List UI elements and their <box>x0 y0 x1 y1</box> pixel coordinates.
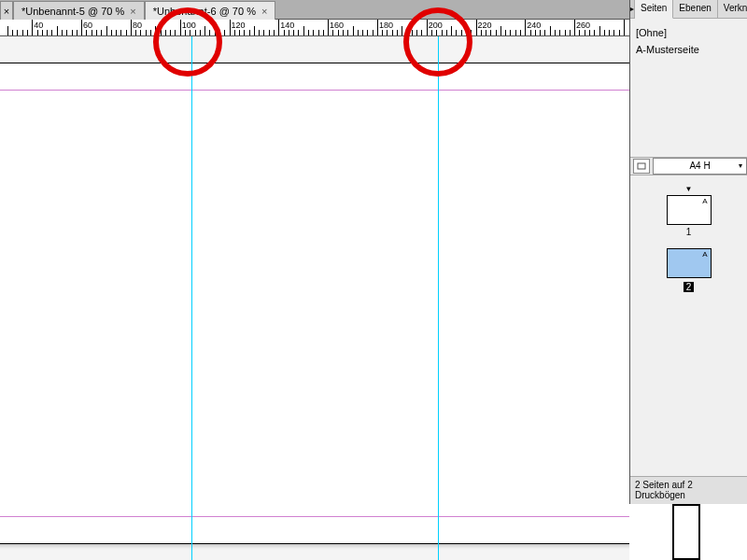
vertical-guide-2[interactable] <box>438 36 439 560</box>
page-size-select[interactable]: A4 H <box>653 158 747 175</box>
close-icon: × <box>4 6 9 17</box>
master-pages-list: [Ohne] A-Musterseite <box>630 19 747 63</box>
next-spread-peek <box>672 504 700 560</box>
tab-seiten[interactable]: Seiten <box>635 0 673 19</box>
master-none[interactable]: [Ohne] <box>634 24 743 41</box>
page-number-2: 2 <box>684 282 695 292</box>
page-size-bar: A4 H <box>630 157 747 175</box>
tab-label: *Unbenannt-6 @ 70 % <box>153 6 256 17</box>
prev-tab-close[interactable]: × <box>0 1 13 20</box>
margin-guides <box>0 90 629 517</box>
page-orientation-icon[interactable] <box>633 159 650 174</box>
tab-verknuepfungen[interactable]: Verkn <box>718 0 747 18</box>
page-count-label: 2 Seiten auf 2 Druckbögen <box>635 480 693 500</box>
page-thumbnail-2[interactable]: A <box>667 248 712 278</box>
panel-tab-bar: ▸ Seiten Ebenen Verkn <box>630 0 747 19</box>
document-canvas[interactable] <box>0 36 629 560</box>
close-icon[interactable]: × <box>261 6 267 17</box>
document-tab-2[interactable]: *Unbenannt-6 @ 70 % × <box>145 1 276 20</box>
pages-panel: ▸ Seiten Ebenen Verkn [Ohne] A-Mustersei… <box>629 0 747 504</box>
panel-footer: 2 Seiten auf 2 Druckbögen <box>630 476 747 504</box>
svg-rect-0 <box>638 163 645 169</box>
page-number-1: 1 <box>630 227 747 237</box>
document-tab-1[interactable]: *Unbenannt-5 @ 70 % × <box>13 1 145 20</box>
close-icon[interactable]: × <box>130 6 135 17</box>
section-start-icon: ▼ <box>630 185 747 193</box>
pages-thumbnail-list: ▼ A 1 A 2 <box>630 175 747 301</box>
vertical-guide-1[interactable] <box>191 36 192 560</box>
master-a[interactable]: A-Musterseite <box>634 41 743 58</box>
tab-ebenen[interactable]: Ebenen <box>673 0 717 18</box>
page[interactable] <box>0 63 629 544</box>
master-label: A <box>702 250 707 259</box>
page-thumbnail-1[interactable]: A <box>667 195 712 225</box>
tab-label: *Unbenannt-5 @ 70 % <box>21 6 124 17</box>
master-label: A <box>702 197 707 205</box>
